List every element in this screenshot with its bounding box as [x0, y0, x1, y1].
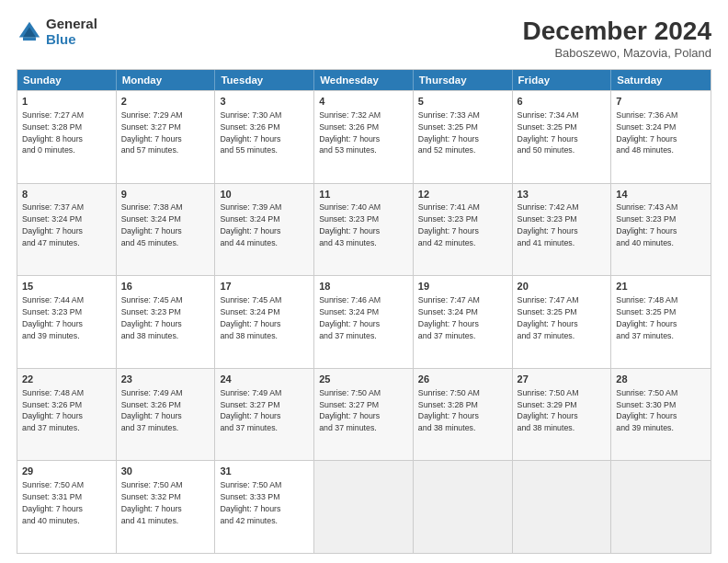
cell-5-sat-empty — [611, 461, 711, 553]
cell-data: Sunrise: 7:44 AMSunset: 3:23 PMDaylight:… — [22, 295, 84, 340]
cell-data: Sunrise: 7:39 AMSunset: 3:24 PMDaylight:… — [220, 202, 281, 247]
cal-row-4: 22 Sunrise: 7:48 AMSunset: 3:26 PMDaylig… — [17, 368, 711, 461]
header-sunday: Sunday — [17, 70, 117, 90]
cell-data: Sunrise: 7:48 AMSunset: 3:26 PMDaylight:… — [22, 388, 84, 433]
cell-data: Sunrise: 7:48 AMSunset: 3:25 PMDaylight:… — [616, 295, 677, 340]
cell-data: Sunrise: 7:49 AMSunset: 3:26 PMDaylight:… — [121, 388, 183, 433]
day-num: 31 — [220, 465, 309, 478]
day-num: 6 — [518, 95, 607, 109]
logo-blue-text: Blue — [46, 32, 97, 48]
cell-data: Sunrise: 7:40 AMSunset: 3:23 PMDaylight:… — [319, 202, 381, 247]
cell-5-mon: 30 Sunrise: 7:50 AMSunset: 3:32 PMDaylig… — [117, 461, 216, 553]
cal-row-2: 8 Sunrise: 7:37 AMSunset: 3:24 PMDayligh… — [17, 183, 711, 276]
cal-row-5: 29 Sunrise: 7:50 AMSunset: 3:31 PMDaylig… — [17, 460, 711, 553]
title-block: December 2024 Baboszewo, Mazovia, Poland — [523, 17, 711, 60]
cell-4-sun: 22 Sunrise: 7:48 AMSunset: 3:26 PMDaylig… — [17, 369, 117, 461]
cell-1-mon: 2 Sunrise: 7:29 AMSunset: 3:27 PMDayligh… — [117, 91, 216, 183]
cell-4-mon: 23 Sunrise: 7:49 AMSunset: 3:26 PMDaylig… — [117, 369, 216, 461]
day-num: 22 — [22, 373, 111, 386]
cell-4-thu: 26 Sunrise: 7:50 AMSunset: 3:28 PMDaylig… — [414, 369, 513, 461]
day-num: 16 — [121, 280, 210, 293]
cell-3-mon: 16 Sunrise: 7:45 AMSunset: 3:23 PMDaylig… — [117, 276, 216, 368]
cell-4-tue: 24 Sunrise: 7:49 AMSunset: 3:27 PMDaylig… — [215, 369, 314, 461]
cal-row-3: 15 Sunrise: 7:44 AMSunset: 3:23 PMDaylig… — [17, 275, 711, 368]
cell-1-fri: 6 Sunrise: 7:34 AMSunset: 3:25 PMDayligh… — [513, 91, 612, 183]
logo: General Blue — [17, 17, 97, 47]
cell-data: Sunrise: 7:29 AMSunset: 3:27 PMDaylight:… — [121, 110, 183, 155]
cell-data: Sunrise: 7:50 AMSunset: 3:27 PMDaylight:… — [319, 388, 381, 433]
cell-data: Sunrise: 7:50 AMSunset: 3:29 PMDaylight:… — [518, 388, 579, 433]
day-num: 10 — [220, 188, 309, 201]
cell-5-fri-empty — [513, 461, 612, 553]
cell-3-sun: 15 Sunrise: 7:44 AMSunset: 3:23 PMDaylig… — [17, 276, 117, 368]
cell-data: Sunrise: 7:50 AMSunset: 3:28 PMDaylight:… — [418, 388, 480, 433]
day-num: 28 — [616, 373, 706, 386]
day-num: 4 — [319, 95, 408, 109]
cell-2-sun: 8 Sunrise: 7:37 AMSunset: 3:24 PMDayligh… — [17, 184, 117, 276]
day-num: 21 — [616, 280, 706, 293]
cell-data: Sunrise: 7:50 AMSunset: 3:33 PMDaylight:… — [220, 480, 281, 525]
day-num: 23 — [121, 373, 210, 386]
cell-3-thu: 19 Sunrise: 7:47 AMSunset: 3:24 PMDaylig… — [414, 276, 513, 368]
location-subtitle: Baboszewo, Mazovia, Poland — [523, 46, 711, 60]
cell-data: Sunrise: 7:43 AMSunset: 3:23 PMDaylight:… — [616, 202, 677, 247]
day-num: 15 — [22, 280, 111, 293]
calendar-header-row: Sunday Monday Tuesday Wednesday Thursday… — [17, 70, 711, 90]
cell-data: Sunrise: 7:50 AMSunset: 3:31 PMDaylight:… — [22, 480, 84, 525]
cell-2-fri: 13 Sunrise: 7:42 AMSunset: 3:23 PMDaylig… — [513, 184, 612, 276]
day-num: 24 — [220, 373, 309, 386]
cell-data: Sunrise: 7:27 AMSunset: 3:28 PMDaylight:… — [22, 110, 84, 155]
header-thursday: Thursday — [414, 70, 513, 90]
cell-1-tue: 3 Sunrise: 7:30 AMSunset: 3:26 PMDayligh… — [215, 91, 314, 183]
day-num: 9 — [121, 188, 210, 201]
cell-1-wed: 4 Sunrise: 7:32 AMSunset: 3:26 PMDayligh… — [314, 91, 414, 183]
cell-1-sat: 7 Sunrise: 7:36 AMSunset: 3:24 PMDayligh… — [611, 91, 711, 183]
cell-data: Sunrise: 7:50 AMSunset: 3:32 PMDaylight:… — [121, 480, 183, 525]
header-saturday: Saturday — [611, 70, 711, 90]
cell-data: Sunrise: 7:32 AMSunset: 3:26 PMDaylight:… — [319, 110, 381, 155]
cell-2-tue: 10 Sunrise: 7:39 AMSunset: 3:24 PMDaylig… — [215, 184, 314, 276]
day-num: 26 — [418, 373, 507, 386]
day-num: 29 — [22, 465, 111, 478]
day-num: 1 — [22, 95, 111, 109]
day-num: 27 — [518, 373, 607, 386]
header-tuesday: Tuesday — [215, 70, 314, 90]
calendar-body: 1 Sunrise: 7:27 AMSunset: 3:28 PMDayligh… — [17, 90, 711, 553]
cell-1-sun: 1 Sunrise: 7:27 AMSunset: 3:28 PMDayligh… — [17, 91, 117, 183]
cal-row-1: 1 Sunrise: 7:27 AMSunset: 3:28 PMDayligh… — [17, 90, 711, 183]
cell-4-wed: 25 Sunrise: 7:50 AMSunset: 3:27 PMDaylig… — [314, 369, 414, 461]
cell-data: Sunrise: 7:38 AMSunset: 3:24 PMDaylight:… — [121, 202, 183, 247]
cell-3-sat: 21 Sunrise: 7:48 AMSunset: 3:25 PMDaylig… — [611, 276, 711, 368]
day-num: 7 — [616, 95, 706, 109]
cell-5-thu-empty — [414, 461, 513, 553]
day-num: 2 — [121, 95, 210, 109]
cell-data: Sunrise: 7:33 AMSunset: 3:25 PMDaylight:… — [418, 110, 480, 155]
cell-data: Sunrise: 7:45 AMSunset: 3:24 PMDaylight:… — [220, 295, 281, 340]
day-num: 12 — [418, 188, 507, 201]
cell-data: Sunrise: 7:50 AMSunset: 3:30 PMDaylight:… — [616, 388, 677, 433]
cell-data: Sunrise: 7:30 AMSunset: 3:26 PMDaylight:… — [220, 110, 281, 155]
cell-data: Sunrise: 7:49 AMSunset: 3:27 PMDaylight:… — [220, 388, 281, 433]
day-num: 11 — [319, 188, 408, 201]
cell-data: Sunrise: 7:47 AMSunset: 3:25 PMDaylight:… — [518, 295, 579, 340]
cell-data: Sunrise: 7:47 AMSunset: 3:24 PMDaylight:… — [418, 295, 480, 340]
cell-data: Sunrise: 7:41 AMSunset: 3:23 PMDaylight:… — [418, 202, 480, 247]
day-num: 14 — [616, 188, 706, 201]
day-num: 20 — [518, 280, 607, 293]
cell-3-fri: 20 Sunrise: 7:47 AMSunset: 3:25 PMDaylig… — [513, 276, 612, 368]
day-num: 13 — [518, 188, 607, 201]
header: General Blue December 2024 Baboszewo, Ma… — [17, 17, 711, 60]
day-num: 30 — [121, 465, 210, 478]
cell-2-wed: 11 Sunrise: 7:40 AMSunset: 3:23 PMDaylig… — [314, 184, 414, 276]
cell-3-wed: 18 Sunrise: 7:46 AMSunset: 3:24 PMDaylig… — [314, 276, 414, 368]
day-num: 18 — [319, 280, 408, 293]
month-title: December 2024 — [523, 17, 711, 46]
cell-2-thu: 12 Sunrise: 7:41 AMSunset: 3:23 PMDaylig… — [414, 184, 513, 276]
cell-5-tue: 31 Sunrise: 7:50 AMSunset: 3:33 PMDaylig… — [215, 461, 314, 553]
header-monday: Monday — [117, 70, 216, 90]
cell-data: Sunrise: 7:36 AMSunset: 3:24 PMDaylight:… — [616, 110, 677, 155]
page: General Blue December 2024 Baboszewo, Ma… — [0, 0, 728, 563]
cell-data: Sunrise: 7:37 AMSunset: 3:24 PMDaylight:… — [22, 202, 84, 247]
cell-2-mon: 9 Sunrise: 7:38 AMSunset: 3:24 PMDayligh… — [117, 184, 216, 276]
cell-data: Sunrise: 7:46 AMSunset: 3:24 PMDaylight:… — [319, 295, 381, 340]
